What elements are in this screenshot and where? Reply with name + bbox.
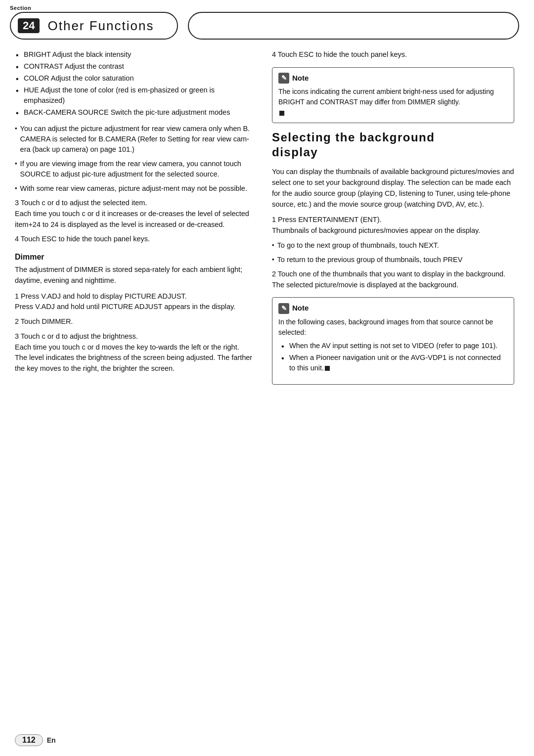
dimmer-step-1: 1 Press V.ADJ and hold to display PICTUR… <box>15 291 257 313</box>
note-header-2: ✎ Note <box>278 303 508 314</box>
dimmer-step-3-text: 3 Touch c or d to adjust the brightness. <box>15 331 257 342</box>
note-2-intro: In the following cases, background image… <box>278 317 508 338</box>
dimmer-heading: Dimmer <box>15 253 257 262</box>
bg-step-1: 1 Press ENTERTAINMENT (ENT). Thumbnails … <box>272 215 514 236</box>
dimmer-step-1-text: 1 Press V.ADJ and hold to display PICTUR… <box>15 291 257 302</box>
bg-step-1b-text: Thumbnails of background pictures/movies… <box>272 225 514 236</box>
page: Section 24 Other Functions BRIGHT Adjust… <box>0 0 534 756</box>
section-title: Other Functions <box>47 18 154 34</box>
note-bullet-1: You can adjust the picture adjustment fo… <box>15 124 257 155</box>
bg-section-heading: Selecting the background display <box>272 130 514 160</box>
note-label-2: Note <box>292 303 309 314</box>
note-2-bullet-1: When the AV input setting is not set to … <box>280 341 508 351</box>
feature-list: BRIGHT Adjust the black intensity CONTRA… <box>15 49 257 118</box>
step-4: 4 Touch ESC to hide the touch panel keys… <box>15 234 257 245</box>
step-3: 3 Touch c or d to adjust the selected it… <box>15 198 257 230</box>
section-title-block: 24 Other Functions <box>10 12 178 40</box>
bg-bullet-2: To return to the previous group of thumb… <box>272 255 514 265</box>
step-4-text: 4 Touch ESC to hide the touch panel keys… <box>15 234 257 245</box>
list-item: HUE Adjust the tone of color (red is em-… <box>15 85 257 106</box>
right-step-4-text: 4 Touch ESC to hide the touch panel keys… <box>272 49 514 60</box>
note-icon-2: ✎ <box>278 303 289 314</box>
step-3b-text: Each time you touch c or d it increases … <box>15 209 257 230</box>
dimmer-step-2-text: 2 Touch DIMMER. <box>15 316 257 327</box>
left-column: BRIGHT Adjust the black intensity CONTRA… <box>15 49 257 392</box>
note-header-1: ✎ Note <box>278 73 508 84</box>
section-label: Section <box>10 5 31 11</box>
note-2-bullets: When the AV input setting is not set to … <box>280 341 508 373</box>
bg-step-2-text: 2 Touch one of the thumbnails that you w… <box>272 269 514 280</box>
header-right-box <box>188 12 519 40</box>
bg-bullet-2-text: To return to the previous group of thumb… <box>277 255 463 265</box>
dimmer-step-2: 2 Touch DIMMER. <box>15 316 257 327</box>
dimmer-step-3b-text: Each time you touch c or d moves the key… <box>15 342 257 353</box>
bg-step-2: 2 Touch one of the thumbnails that you w… <box>272 269 514 291</box>
right-column: 4 Touch ESC to hide the touch panel keys… <box>272 49 514 392</box>
note-text-1: The icons indicating the current ambient… <box>278 87 508 107</box>
note-box-1: ✎ Note The icons indicating the current … <box>272 67 514 124</box>
note-label-1: Note <box>292 73 309 84</box>
right-step-4: 4 Touch ESC to hide the touch panel keys… <box>272 49 514 60</box>
note-bullet-1-text: You can adjust the picture adjustment fo… <box>20 124 257 155</box>
section-number: 24 <box>18 18 40 33</box>
footer: 112 En <box>15 734 56 746</box>
footer-language: En <box>47 736 56 744</box>
note-2-bullet-2: When a Pioneer navigation unit or the AV… <box>280 353 508 373</box>
page-number: 112 <box>15 734 43 746</box>
dimmer-step-3c-text: The level indicates the brightness of th… <box>15 353 257 374</box>
note-bullet-2: If you are viewing image from the rear v… <box>15 159 257 179</box>
note-icon-1: ✎ <box>278 73 289 84</box>
step-3-text: 3 Touch c or d to adjust the selected it… <box>15 198 257 209</box>
bg-bullet-1: To go to the next group of thumbnails, t… <box>272 240 514 251</box>
end-marker-1 <box>279 111 284 116</box>
bg-intro-text: You can display the thumbnails of availa… <box>272 167 514 210</box>
dimmer-para: The adjustment of DIMMER is stored sepa-… <box>15 265 257 286</box>
list-item: CONTRAST Adjust the contrast <box>15 61 257 72</box>
bg-step-1-text: 1 Press ENTERTAINMENT (ENT). <box>272 215 514 225</box>
dimmer-step-1b-text: Press V.ADJ and hold until PICTURE ADJUS… <box>15 302 257 312</box>
note-bullet-2-text: If you are viewing image from the rear v… <box>20 159 257 179</box>
content-area: BRIGHT Adjust the black intensity CONTRA… <box>0 40 534 406</box>
header: 24 Other Functions <box>0 0 534 40</box>
bg-bullet-1-text: To go to the next group of thumbnails, t… <box>277 240 439 251</box>
list-item: COLOR Adjust the color saturation <box>15 73 257 84</box>
dimmer-step-3: 3 Touch c or d to adjust the brightness.… <box>15 331 257 374</box>
bg-step-2b-text: The selected picture/movie is displayed … <box>272 280 514 291</box>
end-marker-2 <box>325 366 330 371</box>
note-box-2: ✎ Note In the following cases, backgroun… <box>272 297 514 385</box>
note-bullet-3-text: With some rear view cameras, picture adj… <box>20 183 247 194</box>
list-item: BACK-CAMERA SOURCE Switch the pic-ture a… <box>15 107 257 118</box>
list-item: BRIGHT Adjust the black intensity <box>15 49 257 60</box>
note-bullet-3: With some rear view cameras, picture adj… <box>15 183 257 194</box>
